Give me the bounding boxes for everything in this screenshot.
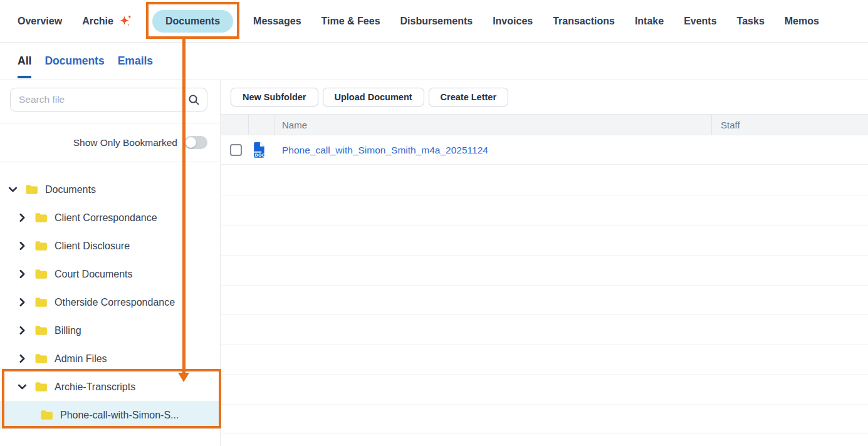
folder-icon [34, 269, 48, 279]
table-row: DOC Phone_call_with_Simon_Smith_m4a_2025… [221, 136, 868, 165]
doc-file-icon: DOC [253, 142, 266, 160]
column-header-staff: Staff [721, 115, 740, 135]
chevron-right-icon [17, 297, 28, 308]
nav-tab-archie[interactable]: Archie [82, 14, 132, 28]
folder-tree: Documents Client Correspondance Client [0, 175, 220, 429]
chevron-right-icon [17, 325, 28, 336]
tree-item-client-disclosure[interactable]: Client Disclosure [0, 232, 220, 260]
tab-documents[interactable]: Documents [44, 43, 104, 80]
folder-icon [34, 241, 48, 251]
bookmark-toggle-label: Show Only Bookmarked [73, 137, 177, 148]
new-subfolder-button[interactable]: New Subfolder [231, 88, 318, 106]
nav-tab-invoices[interactable]: Invoices [493, 16, 533, 27]
tree-item-otherside-correspondance[interactable]: Otherside Correspondance [0, 288, 220, 316]
folder-icon [34, 381, 48, 392]
tree-item-phone-call-with-simon[interactable]: Phone-call-with-Simon-S... [0, 401, 220, 429]
search-input[interactable] [19, 94, 188, 105]
row-separator [221, 255, 868, 256]
tree-item-billing[interactable]: Billing [0, 316, 220, 345]
document-list-panel: New Subfolder Upload Document Create Let… [221, 80, 868, 446]
search-icon[interactable] [188, 94, 200, 106]
document-toolbar: New Subfolder Upload Document Create Let… [231, 88, 508, 106]
column-divider [274, 115, 275, 135]
chevron-down-icon [8, 184, 18, 195]
chevron-right-icon [17, 269, 28, 279]
create-letter-button[interactable]: Create Letter [429, 88, 508, 106]
tree-item-label: Billing [55, 325, 81, 336]
tab-emails[interactable]: Emails [118, 43, 153, 80]
folder-icon [25, 184, 38, 195]
nav-tab-intake[interactable]: Intake [635, 16, 664, 27]
tree-item-admin-files[interactable]: Admin Files [0, 345, 220, 373]
nav-tab-overview[interactable]: Overview [18, 16, 62, 27]
row-separator [221, 404, 868, 405]
file-search-box [10, 88, 207, 112]
svg-text:DOC: DOC [254, 153, 264, 158]
nav-tab-time-fees[interactable]: Time & Fees [322, 16, 380, 27]
row-separator [221, 285, 868, 286]
folder-icon [34, 353, 48, 364]
row-separator [221, 195, 868, 195]
tree-item-label: Archie-Transcripts [55, 381, 135, 393]
row-separator [221, 225, 868, 226]
row-separator [221, 374, 868, 375]
chevron-right-icon [17, 241, 28, 251]
document-link[interactable]: Phone_call_with_Simon_Smith_m4a_20251124 [282, 136, 488, 164]
folder-icon [34, 212, 48, 223]
tab-all[interactable]: All [18, 43, 31, 80]
row-checkbox[interactable] [230, 144, 242, 156]
row-separator [221, 433, 868, 434]
chevron-right-icon [17, 212, 28, 223]
bookmark-toggle[interactable] [184, 136, 207, 149]
nav-tab-disbursements[interactable]: Disbursements [400, 16, 473, 27]
document-view-tabs: All Documents Emails [0, 43, 868, 80]
tree-item-court-documents[interactable]: Court Documents [0, 260, 220, 288]
app-window: Overview Archie Documents Messages Time … [0, 0, 868, 446]
tree-item-label: Phone-call-with-Simon-S... [60, 410, 179, 421]
folder-icon [40, 410, 53, 420]
nav-tab-messages[interactable]: Messages [253, 16, 301, 27]
tree-item-label: Client Correspondance [55, 212, 157, 224]
chevron-down-icon [17, 381, 28, 392]
chevron-right-icon [17, 353, 28, 364]
tree-item-documents[interactable]: Documents [0, 175, 220, 204]
sidebar-divider [0, 162, 220, 162]
folder-icon [34, 297, 48, 308]
tree-item-label: Otherside Correspondance [55, 297, 175, 308]
column-header-name: Name [282, 115, 307, 135]
upload-document-button[interactable]: Upload Document [323, 88, 424, 106]
nav-tab-transactions[interactable]: Transactions [553, 16, 615, 27]
tree-item-label: Admin Files [55, 353, 107, 365]
tree-item-client-correspondance[interactable]: Client Correspondance [0, 204, 220, 232]
toggle-knob [186, 137, 196, 148]
sparkle-icon [118, 14, 132, 28]
nav-tab-tasks[interactable]: Tasks [737, 16, 765, 27]
bookmark-filter-row: Show Only Bookmarked [0, 123, 220, 162]
top-navigation: Overview Archie Documents Messages Time … [0, 0, 868, 43]
tree-item-label: Documents [45, 184, 96, 195]
column-divider [248, 115, 249, 135]
tree-item-label: Court Documents [55, 269, 133, 280]
folder-sidebar: Show Only Bookmarked Documents [0, 80, 221, 446]
row-separator [221, 345, 868, 345]
table-header: Name Staff [221, 114, 868, 135]
tree-item-archie-transcripts[interactable]: Archie-Transcripts [0, 373, 220, 401]
nav-tab-documents[interactable]: Documents [152, 10, 233, 33]
nav-tab-memos[interactable]: Memos [785, 16, 819, 27]
tree-item-label: Client Disclosure [55, 241, 130, 252]
nav-tab-events[interactable]: Events [684, 16, 716, 27]
row-separator [221, 314, 868, 315]
folder-icon [34, 325, 48, 336]
column-divider [711, 115, 712, 135]
nav-tab-archie-label: Archie [82, 16, 113, 27]
